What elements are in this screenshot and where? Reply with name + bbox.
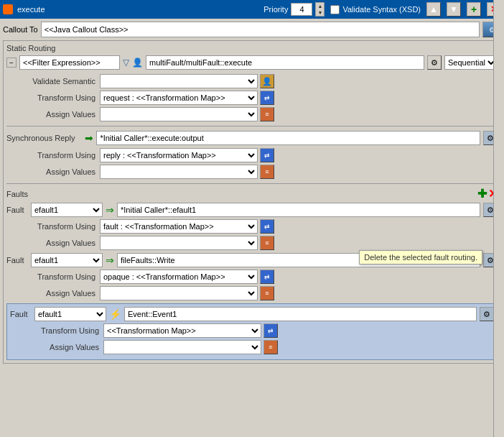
assign-values-4-label: Assign Values: [6, 289, 100, 298]
priority-input[interactable]: [291, 3, 312, 16]
assign-values-2-button[interactable]: ≡: [260, 165, 274, 179]
divider-2: [6, 183, 498, 184]
fault-1-input[interactable]: [117, 203, 480, 217]
priority-group: Priority ▲ ▼: [263, 2, 325, 17]
sync-reply-label: Synchronous Reply: [6, 134, 75, 142]
main-content: Callout To ⚙ Static Routing − ▽ 👤 ⚙ Sequ…: [0, 19, 504, 369]
callout-input[interactable]: [41, 22, 480, 37]
assign-values-5-row: Assign Values ≡: [10, 340, 494, 354]
assign-values-5-label: Assign Values: [10, 343, 103, 351]
up-button[interactable]: ▲: [426, 2, 441, 17]
add-green-button[interactable]: +: [467, 2, 481, 17]
transform-using-4-row: Transform Using opaque : <<Transformatio…: [6, 270, 498, 284]
fault-1-arrow-icon: ⇒: [106, 204, 114, 216]
assign-values-4-button[interactable]: ≡: [260, 286, 274, 300]
app-name: execute: [17, 5, 45, 14]
faults-label: Faults: [6, 190, 28, 198]
tooltip: Delete the selected fault routing.: [359, 250, 482, 264]
transform-using-5-button[interactable]: ⇄: [263, 323, 278, 338]
sync-reply-input[interactable]: [96, 131, 480, 145]
fault-2-label: Fault: [6, 256, 28, 264]
fault-3-label: Fault: [10, 310, 32, 318]
fault-1-row: Fault efault1 ⇒ ⚙: [6, 203, 498, 217]
fault-3-gear-button[interactable]: ⚙: [480, 307, 494, 321]
collapse-button[interactable]: −: [6, 58, 17, 68]
assign-values-2-select[interactable]: [100, 165, 258, 179]
assign-values-3-label: Assign Values: [6, 239, 100, 247]
fault-3-row: Fault efault1 ⚡ ⚙: [10, 307, 494, 321]
fault-1-label: Fault: [6, 206, 28, 214]
transform-using-5-label: Transform Using: [10, 326, 103, 335]
transform-using-4-label: Transform Using: [6, 272, 100, 281]
spin-down[interactable]: ▼: [316, 9, 324, 16]
filter-row: − ▽ 👤 ⚙ Sequential: [6, 55, 498, 70]
fault-3-input[interactable]: [124, 307, 477, 321]
title-right: Priority ▲ ▼ Validate Syntax (XSD) ▲ ▼ +…: [263, 2, 501, 17]
transform-using-2-row: Transform Using reply : <<Transformation…: [6, 148, 498, 162]
person-icon: 👤: [132, 58, 143, 68]
add-fault-button[interactable]: ✚: [477, 188, 487, 200]
assign-values-3-select[interactable]: [100, 236, 258, 250]
assign-values-1-button[interactable]: ≡: [260, 107, 274, 121]
assign-values-1-label: Assign Values: [6, 110, 100, 119]
assign-values-2-row: Assign Values ≡: [6, 165, 498, 179]
fault-3-special-icon: ⚡: [109, 308, 121, 320]
assign-values-5-select[interactable]: [103, 340, 261, 354]
transform-using-4-button[interactable]: ⇄: [260, 270, 274, 284]
app-icon: [3, 4, 13, 14]
routing-gear-button[interactable]: ⚙: [427, 55, 442, 70]
validate-semantic-select[interactable]: [100, 74, 258, 88]
fault-3-select[interactable]: efault1: [34, 307, 106, 321]
transform-using-5-row: Transform Using <<Transformation Map>> ⇄: [10, 323, 494, 338]
faults-header: Faults ✚ ✕: [6, 188, 498, 200]
transform-using-4-select[interactable]: opaque : <<Transformation Map>>: [100, 270, 258, 284]
sequential-select[interactable]: Sequential: [444, 55, 498, 70]
priority-spinner[interactable]: ▲ ▼: [315, 2, 325, 17]
transform-using-3-label: Transform Using: [6, 222, 100, 231]
down-button[interactable]: ▼: [447, 2, 461, 17]
transform-using-5-select[interactable]: <<Transformation Map>>: [103, 323, 261, 338]
callout-row: Callout To ⚙: [3, 22, 501, 37]
validate-checkbox[interactable]: [330, 5, 340, 14]
assign-values-4-row: Assign Values ≡: [6, 286, 498, 300]
assign-values-1-select[interactable]: [100, 107, 258, 121]
fault-1-select[interactable]: efault1: [31, 203, 103, 217]
validate-semantic-button[interactable]: 👤: [260, 74, 274, 88]
assign-values-3-row: Assign Values ≡: [6, 236, 498, 250]
fault-3-section: Fault efault1 ⚡ ⚙ Transform Using <<Tran…: [6, 303, 498, 360]
priority-label: Priority: [263, 5, 288, 14]
assign-values-2-label: Assign Values: [6, 167, 100, 176]
transform-using-1-button[interactable]: ⇄: [260, 91, 274, 105]
validate-label: Validate Syntax (XSD): [342, 5, 421, 14]
callout-label: Callout To: [3, 25, 38, 34]
static-routing-group: Static Routing − ▽ 👤 ⚙ Sequential Valida…: [3, 40, 501, 364]
title-left: execute: [3, 4, 45, 14]
assign-values-3-button[interactable]: ≡: [260, 236, 274, 250]
transform-using-2-select[interactable]: reply : <<Transformation Map>>: [100, 148, 258, 162]
group-title: Static Routing: [6, 44, 498, 52]
transform-using-2-button[interactable]: ⇄: [260, 148, 274, 162]
transform-using-1-select[interactable]: request : <<Transformation Map>>: [100, 91, 258, 105]
transform-using-3-select[interactable]: fault : <<Transformation Map>>: [100, 219, 258, 234]
filter-icon: ▽: [123, 58, 129, 68]
transform-using-1-label: Transform Using: [6, 93, 100, 102]
routing-path-input[interactable]: [146, 55, 424, 70]
assign-values-4-select[interactable]: [100, 286, 258, 300]
validate-group: Validate Syntax (XSD): [330, 5, 421, 14]
assign-values-1-row: Assign Values ≡: [6, 107, 498, 121]
sync-reply-row: Synchronous Reply ➡ ⚙: [6, 131, 498, 145]
transform-using-3-row: Transform Using fault : <<Transformation…: [6, 219, 498, 234]
fault-2-select[interactable]: efault1: [31, 253, 103, 267]
filter-expression-input[interactable]: [19, 55, 120, 70]
transform-using-3-button[interactable]: ⇄: [260, 219, 274, 234]
tooltip-text: Delete the selected fault routing.: [364, 253, 477, 262]
divider-1: [6, 126, 498, 126]
assign-values-5-button[interactable]: ≡: [263, 340, 278, 354]
sync-arrow-icon: ➡: [85, 132, 93, 144]
validate-semantic-row: Validate Semantic 👤: [6, 74, 498, 88]
validate-semantic-label: Validate Semantic: [6, 77, 100, 86]
scrollbar[interactable]: [493, 0, 504, 437]
main-container: execute Priority ▲ ▼ Validate Syntax (XS…: [0, 0, 504, 437]
spin-up[interactable]: ▲: [316, 3, 324, 9]
title-bar: execute Priority ▲ ▼ Validate Syntax (XS…: [0, 0, 504, 19]
